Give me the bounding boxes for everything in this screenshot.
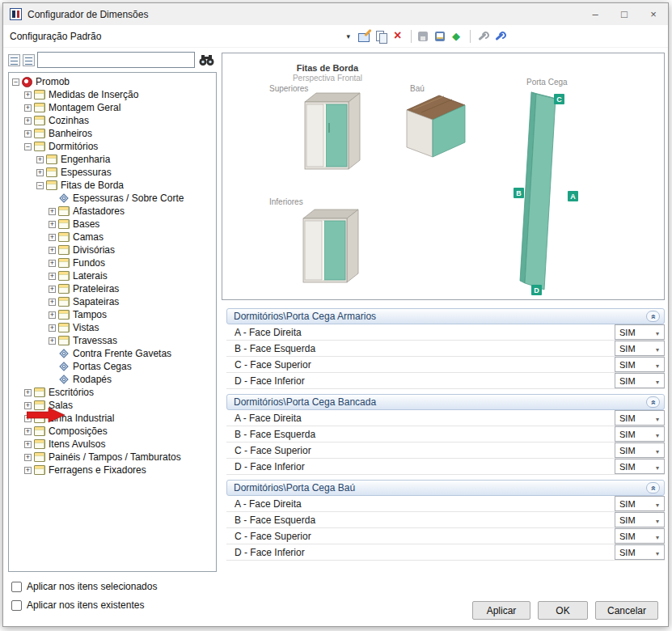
- tree-item-camas[interactable]: +Camas: [9, 231, 216, 244]
- checkbox-aplicar-nos-itens-selecionados[interactable]: Aplicar nos itens selecionados: [11, 581, 157, 592]
- tree-item-afastadores[interactable]: +Afastadores: [9, 205, 216, 218]
- expand-node-icon[interactable]: +: [24, 415, 32, 422]
- tree-item-cozinhas[interactable]: +Cozinhas: [9, 114, 216, 127]
- tree-item-bases[interactable]: +Bases: [9, 218, 216, 231]
- maximize-button[interactable]: □: [610, 3, 639, 25]
- tree-item-tampos[interactable]: +Tampos: [9, 308, 216, 321]
- tree-item-espessuras[interactable]: +Espessuras: [9, 166, 216, 179]
- minimize-button[interactable]: –: [581, 3, 610, 25]
- delete-config-icon[interactable]: [391, 30, 406, 43]
- value-dropdown[interactable]: SIM: [615, 373, 665, 388]
- tree-item-prateleiras[interactable]: +Prateleiras: [9, 282, 216, 295]
- tree-item-composicoes[interactable]: +Composições: [9, 425, 216, 438]
- dropdown-arrow-icon[interactable]: [653, 499, 661, 509]
- copy-config-icon[interactable]: [374, 30, 389, 43]
- edit-config-icon[interactable]: [357, 30, 372, 43]
- value-dropdown[interactable]: SIM: [615, 426, 665, 442]
- expand-node-icon[interactable]: +: [24, 454, 32, 461]
- tree-item-salas[interactable]: +Salas: [9, 399, 216, 412]
- expand-node-icon[interactable]: +: [49, 247, 56, 254]
- tree-item-laterais[interactable]: +Laterais: [9, 269, 216, 282]
- section-header[interactable]: Dormitórios\Porta Cega Baú: [226, 480, 665, 496]
- collapse-tree-icon[interactable]: [23, 54, 35, 66]
- combo-dropdown-icon[interactable]: ▾: [346, 32, 353, 40]
- tree-item-portas-cegas[interactable]: Portas Cegas: [9, 360, 216, 373]
- tree-item-vistas[interactable]: +Vistas: [9, 321, 216, 334]
- collapse-section-icon[interactable]: [646, 482, 660, 493]
- checkbox-box[interactable]: [11, 582, 22, 592]
- tree-item-promob[interactable]: −Promob: [9, 75, 216, 88]
- close-button[interactable]: ×: [639, 3, 668, 25]
- tree-item-ferragens-e-fixadores[interactable]: +Ferragens e Fixadores: [9, 464, 216, 476]
- save-table-icon[interactable]: [433, 30, 448, 43]
- tree-item-paineis-tampos-tamburatos[interactable]: +Painéis / Tampos / Tamburatos: [9, 451, 216, 464]
- expand-node-icon[interactable]: +: [49, 221, 56, 228]
- expand-node-icon[interactable]: +: [49, 260, 56, 267]
- tree-item-fitas-de-borda[interactable]: −Fitas de Borda: [9, 179, 216, 192]
- expand-node-icon[interactable]: +: [24, 130, 32, 138]
- dropdown-arrow-icon[interactable]: [653, 430, 661, 439]
- dropdown-arrow-icon[interactable]: [653, 360, 661, 370]
- tree-item-itens-avulsos[interactable]: +Itens Avulsos: [9, 438, 216, 451]
- expand-node-icon[interactable]: +: [24, 91, 32, 99]
- value-dropdown[interactable]: SIM: [615, 357, 665, 372]
- expand-node-icon[interactable]: +: [36, 169, 44, 176]
- tree-item-espessuras-sobre-corte[interactable]: Espessuras / Sobre Corte: [9, 192, 216, 205]
- section-header[interactable]: Dormitórios\Porta Cega Bancada: [226, 394, 665, 410]
- value-dropdown[interactable]: SIM: [615, 496, 665, 511]
- expand-node-icon[interactable]: +: [49, 234, 56, 241]
- expand-node-icon[interactable]: +: [49, 311, 56, 319]
- expand-node-icon[interactable]: +: [24, 117, 32, 125]
- ok-button[interactable]: OK: [538, 601, 588, 620]
- section-header[interactable]: Dormitórios\Porta Cega Armarios: [226, 308, 665, 324]
- collapse-node-icon[interactable]: −: [12, 78, 19, 86]
- collapse-section-icon[interactable]: [646, 396, 660, 408]
- dropdown-arrow-icon[interactable]: [653, 462, 661, 472]
- expand-node-icon[interactable]: +: [24, 467, 32, 474]
- search-button[interactable]: [197, 52, 217, 68]
- collapse-node-icon[interactable]: −: [24, 143, 32, 150]
- tree-item-contra-frente-gavetas[interactable]: Contra Frente Gavetas: [9, 347, 216, 360]
- cancel-button[interactable]: Cancelar: [595, 601, 658, 620]
- tree-item-escritorios[interactable]: +Escritórios: [9, 386, 216, 399]
- expand-node-icon[interactable]: +: [36, 156, 44, 163]
- tree-item-medidas-de-insercao[interactable]: +Medidas de Inserção: [9, 88, 216, 101]
- expand-node-icon[interactable]: +: [49, 273, 56, 280]
- value-dropdown[interactable]: SIM: [615, 410, 665, 426]
- configuration-combobox[interactable]: Configuração Padrão ▾: [10, 28, 353, 45]
- expand-node-icon[interactable]: +: [49, 299, 56, 306]
- expand-node-icon[interactable]: +: [24, 441, 32, 448]
- dropdown-arrow-icon[interactable]: [653, 548, 661, 557]
- tool-gray-icon[interactable]: [475, 30, 490, 43]
- tree-item-divisorias[interactable]: +Divisórias: [9, 244, 216, 256]
- checkbox-aplicar-nos-itens-existentes[interactable]: Aplicar nos itens existentes: [11, 599, 157, 611]
- value-dropdown[interactable]: SIM: [615, 459, 665, 474]
- dropdown-arrow-icon[interactable]: [653, 531, 661, 541]
- dropdown-arrow-icon[interactable]: [653, 446, 661, 455]
- value-dropdown[interactable]: SIM: [615, 544, 665, 560]
- expand-node-icon[interactable]: +: [24, 389, 32, 396]
- value-dropdown[interactable]: SIM: [615, 512, 665, 527]
- tree-item-linha-industrial[interactable]: +Linha Industrial: [9, 412, 216, 425]
- checkbox-box[interactable]: [11, 600, 22, 611]
- value-dropdown[interactable]: SIM: [615, 528, 665, 544]
- tree-item-banheiros[interactable]: +Banheiros: [9, 127, 216, 140]
- expand-node-icon[interactable]: +: [24, 104, 32, 112]
- tree-item-rodapes[interactable]: Rodapés: [9, 373, 216, 386]
- tool-blue-icon[interactable]: [492, 30, 507, 43]
- dropdown-arrow-icon[interactable]: [653, 344, 661, 354]
- value-dropdown[interactable]: SIM: [615, 341, 665, 356]
- dropdown-arrow-icon[interactable]: [653, 413, 661, 423]
- dropdown-arrow-icon[interactable]: [653, 515, 661, 525]
- collapse-section-icon[interactable]: [646, 311, 660, 322]
- tree-item-dormitorios[interactable]: −Dormitórios: [9, 140, 216, 153]
- save-icon[interactable]: [416, 30, 431, 43]
- value-dropdown[interactable]: SIM: [615, 443, 665, 458]
- search-input[interactable]: [37, 52, 195, 68]
- expand-node-icon[interactable]: +: [49, 337, 56, 345]
- dropdown-arrow-icon[interactable]: [653, 328, 661, 337]
- tree-item-fundos[interactable]: +Fundos: [9, 256, 216, 269]
- sync-tree-icon[interactable]: [8, 54, 20, 66]
- collapse-node-icon[interactable]: −: [36, 182, 44, 189]
- value-dropdown[interactable]: SIM: [615, 324, 665, 340]
